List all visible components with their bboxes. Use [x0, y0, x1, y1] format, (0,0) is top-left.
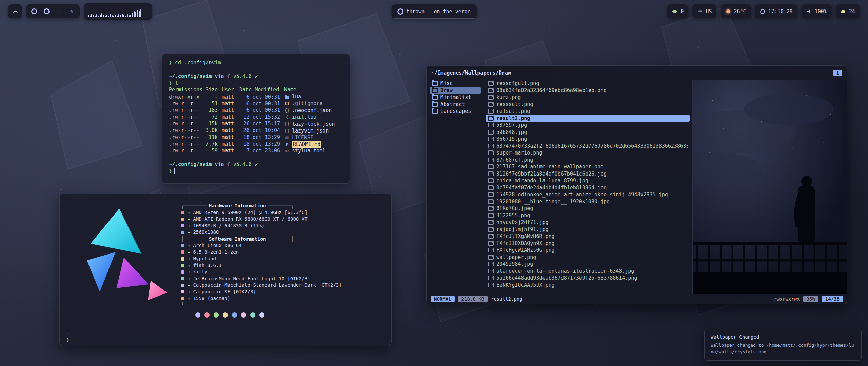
- workspace-icon[interactable]: [67, 7, 76, 16]
- file-name: 20492984.jpg: [496, 261, 533, 267]
- file-manager-window[interactable]: ~/Imagenes/Wallpapers/Draw 1 Misc Draw: [426, 65, 847, 304]
- file-row[interactable]: super-mario.png: [486, 149, 690, 157]
- file-row[interactable]: 87r687df.png: [486, 157, 690, 164]
- hardware-lines: → AMD Ryzen 9 5900X (24) @ 4.9GHz [61.3°…: [181, 209, 383, 236]
- file-name: 19201080-__blue-tinge__-1920×1080.jpg: [496, 199, 610, 205]
- file-row[interactable]: kurz.png: [486, 94, 690, 101]
- file-row[interactable]: 596848.jpg: [486, 129, 690, 136]
- file-row[interactable]: FXfcII0X0AQyn9X.png: [486, 240, 690, 247]
- status-module[interactable]: 17:50:29: [755, 4, 797, 18]
- check-icon: ✔: [255, 73, 258, 79]
- file-row[interactable]: FXfcHgcWIAMzs0G.png: [486, 247, 690, 254]
- workspace-icon[interactable]: [29, 7, 39, 16]
- info-line: → kitty: [181, 269, 383, 276]
- image-icon: [488, 116, 494, 121]
- terminal-window[interactable]: ❯ cd .config/nvim ~/.config/nvim via ☾ v…: [162, 54, 350, 184]
- file-row[interactable]: 3122955.png: [486, 212, 690, 219]
- file-row[interactable]: 587597.jpg: [486, 122, 690, 129]
- file-row[interactable]: 0c794faf07de24a4db4d4fb1eb813964.jpg: [486, 184, 690, 191]
- image-icon: [488, 130, 494, 135]
- music-title: thrown - on the verge: [406, 8, 471, 15]
- check-icon: ✔: [255, 161, 258, 167]
- file-row[interactable]: 154928-odinokoe_anime-art-anime-okno-sin…: [486, 191, 690, 198]
- lua-icon: ☾: [227, 73, 230, 79]
- image-icon: [488, 213, 494, 218]
- image-icon: [488, 144, 494, 148]
- image-icon: [488, 220, 494, 225]
- workspaces-module[interactable]: [26, 4, 80, 18]
- visualizer-module[interactable]: [84, 3, 152, 20]
- arrow-icon: →: [188, 276, 190, 282]
- image-icon: [488, 192, 494, 197]
- date-cell: 12 oct 15:32: [239, 114, 280, 120]
- info-line: → Catppuccin-SE [GTK2/3]: [181, 289, 383, 296]
- permissions-cell: .rw-r--r--: [169, 141, 200, 147]
- size-cell: 183: [204, 107, 218, 114]
- status-module[interactable]: 100%: [802, 4, 832, 18]
- info-icon: [181, 244, 184, 247]
- permissions-cell: .rw-r--r--: [169, 114, 200, 120]
- sidebar-folder-item[interactable]: Minimalist: [430, 94, 481, 101]
- info-text: fish 3.6.1: [193, 262, 221, 269]
- file-row[interactable]: resssult.png: [486, 101, 690, 108]
- file-row[interactable]: wallpaper.png: [486, 254, 690, 261]
- status-module[interactable]: 26°C: [721, 4, 751, 18]
- size-cell: 11k: [204, 134, 218, 141]
- cursor-line[interactable]: ❯: [169, 168, 343, 175]
- sidebar-folder-item[interactable]: Landscapes: [430, 108, 481, 115]
- fetch-terminal-window[interactable]: ┌────────Hardware Information────────┐ →…: [59, 194, 392, 346]
- image-icon: [488, 255, 494, 260]
- status-module[interactable]: US: [692, 4, 716, 18]
- workspace-icon[interactable]: [42, 7, 51, 16]
- file-row[interactable]: chica-mirando-la-luna-8799.jpg: [486, 177, 690, 184]
- file-row[interactable]: 20492984.jpg: [486, 261, 690, 268]
- status-label: 17:50:29: [768, 8, 793, 15]
- file-name: 87r687df.png: [496, 157, 533, 163]
- status-module[interactable]: 0: [667, 4, 688, 18]
- tab-badge[interactable]: 1: [833, 70, 842, 76]
- file-row[interactable]: 3126f7e9bbf21a8a4af0b67b041c6e26.jpg: [486, 170, 690, 178]
- file-name: kurz.png: [496, 94, 521, 100]
- info-icon: [181, 218, 184, 221]
- folder-label: Draw: [440, 87, 453, 94]
- file-name: FXfcJlTXgAMvH6R.png: [496, 233, 555, 239]
- scroll-percent-badge: 36%: [803, 296, 818, 302]
- info-text: 868x366: [193, 229, 219, 236]
- file-row[interactable]: 8FKa7Cu.jpeg: [486, 205, 690, 212]
- listing-row: .rw-r--r-- 51 matt 6 oct 00:31 .gitignor…: [169, 100, 343, 107]
- date-cell: 6 oct 00:31: [239, 94, 280, 100]
- launcher-icon: ❯: [12, 9, 19, 13]
- arrow-icon: →: [188, 223, 190, 229]
- file-row[interactable]: atardecer-en-la-montanas-ilustracion-634…: [486, 268, 690, 275]
- file-row[interactable]: 866715.png: [486, 136, 690, 143]
- folder-label: Landscapes: [440, 108, 471, 114]
- folder-icon: [432, 81, 438, 86]
- file-row[interactable]: 08a634fa02a32364f69ebc86a98eb1eb.png: [486, 87, 690, 94]
- notification-toast[interactable]: Wallpaper Changed Wallpaper changed to /…: [704, 329, 862, 361]
- file-row[interactable]: re1sult.png: [486, 108, 690, 115]
- sidebar-folder-item[interactable]: Draw: [430, 87, 481, 94]
- file-name: rsjqojlmjhf91.jpg: [496, 226, 549, 232]
- file-row[interactable]: EeNKYgIUcAAJ5JX.png: [486, 282, 690, 289]
- arrow-icon: →: [188, 269, 190, 276]
- launcher-button[interactable]: ❯: [8, 4, 22, 18]
- sidebar-folder-item[interactable]: Abstract: [430, 101, 481, 108]
- file-row[interactable]: result2.png: [486, 115, 690, 122]
- info-icon: [181, 270, 184, 274]
- file-row[interactable]: 19201080-__blue-tinge__-1920×1080.jpg: [486, 198, 690, 205]
- sidebar-folder-item[interactable]: Misc: [430, 80, 481, 87]
- music-module[interactable]: thrown - on the verge: [391, 4, 477, 19]
- status-module[interactable]: 24: [836, 4, 860, 18]
- file-row[interactable]: rsjqojlmjhf91.jpg: [486, 226, 690, 233]
- file-row[interactable]: 217167-sad-anime-rain-wallpaper.png: [486, 163, 690, 170]
- file-name: 3126f7e9bbf21a8a4af0b67b041c6e26.jpg: [496, 171, 607, 177]
- file-row[interactable]: nnvuv0xj2df71.jpg: [486, 219, 690, 226]
- file-row[interactable]: FXfcJlTXgAMvH6R.png: [486, 233, 690, 240]
- folder-label: Abstract: [440, 101, 465, 107]
- user-cell: matt: [222, 127, 235, 134]
- file-row[interactable]: 5a266e448add93deab367d87173e9f25-6837886…: [486, 274, 690, 282]
- cursor-position-badge: 14/38: [822, 296, 843, 302]
- file-row[interactable]: 68747470733a2f2f696d616765732d7769786d70…: [486, 143, 690, 150]
- file-row[interactable]: ressdfgult.png: [486, 80, 690, 87]
- workspace-icon[interactable]: [55, 7, 64, 16]
